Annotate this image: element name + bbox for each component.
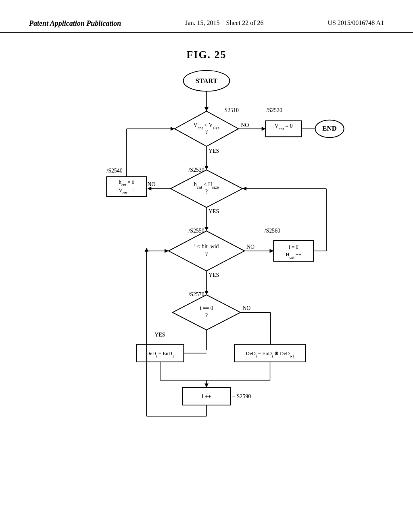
s2560-action-1: i = 0: [289, 244, 298, 250]
s2590-action: i ++: [202, 393, 211, 399]
s2550-label: /S2550: [188, 228, 204, 234]
s2570-cond-1: i == 0: [200, 305, 213, 311]
svg-marker-11: [204, 166, 209, 170]
s2570-label: /S2570: [188, 291, 204, 297]
s2570-no-label: NO: [242, 305, 250, 311]
s2530-yes-label: YES: [209, 208, 219, 214]
svg-marker-20: [204, 227, 209, 231]
s2550-no-label: NO: [246, 244, 254, 250]
svg-marker-23: [270, 249, 274, 253]
page: Patent Application Publication Jan. 15, …: [0, 0, 413, 532]
s2540-label: /S2540: [106, 168, 122, 174]
flowchart-svg: text { font-family: 'Times New Roman', T…: [65, 65, 348, 488]
header-center: Jan. 15, 2015 Sheet 22 of 26: [185, 19, 263, 27]
header: Patent Application Publication Jan. 15, …: [0, 0, 413, 33]
s2510-no-label: NO: [241, 122, 249, 128]
s2530-cond-2: ?: [205, 189, 208, 195]
s2550-cond-1: i < bit_wid: [194, 243, 219, 249]
figure-title: FIG. 25: [0, 49, 413, 61]
s2530-no-label: NO: [147, 181, 155, 187]
header-left: Patent Application Publication: [29, 19, 121, 28]
s2510-label: S2510: [225, 107, 239, 113]
s2570-yes-label: YES: [154, 332, 165, 338]
s2560-label: /S2560: [265, 228, 280, 234]
s2550-cond-2: ?: [205, 251, 208, 257]
s2570-cond-2: ?: [205, 312, 208, 318]
header-date: Jan. 15, 2015: [185, 19, 219, 26]
s2590-label: – S2590: [232, 393, 251, 399]
svg-marker-28: [242, 187, 246, 191]
svg-marker-5: [262, 127, 266, 131]
svg-marker-2: [204, 107, 209, 111]
svg-marker-52: [165, 249, 169, 253]
header-right: US 2015/0016748 A1: [327, 19, 384, 27]
end-label: END: [322, 125, 337, 132]
s2550-yes-label: YES: [209, 272, 219, 278]
s2510-cond-line2: ?: [205, 129, 208, 135]
header-sheet: Sheet 22 of 26: [226, 19, 264, 26]
s2520-label: /S2520: [267, 107, 282, 113]
s2510-yes-label: YES: [209, 148, 219, 154]
svg-marker-18: [171, 127, 175, 131]
svg-marker-30: [204, 291, 209, 295]
start-label: START: [196, 77, 217, 85]
diagram-container: text { font-family: 'Times New Roman', T…: [65, 65, 348, 488]
